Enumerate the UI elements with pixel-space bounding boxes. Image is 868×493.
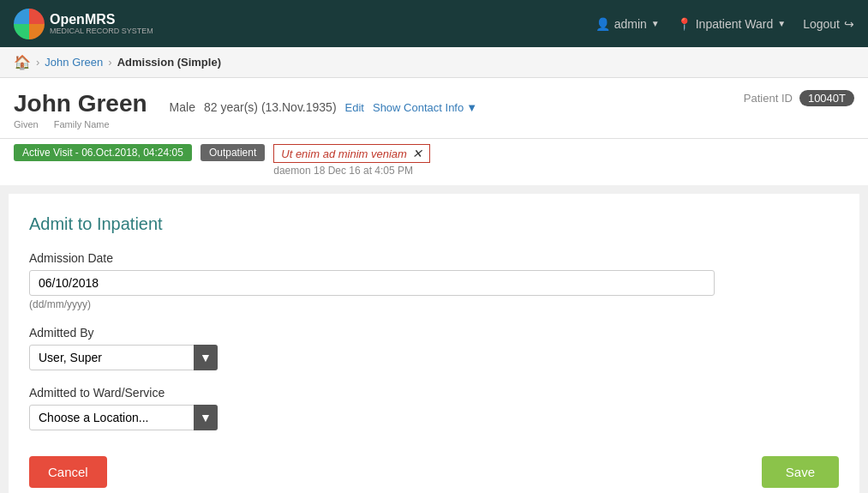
breadcrumb-current: Admission (Simple): [117, 56, 221, 69]
admitted-by-select[interactable]: User, Super: [29, 345, 218, 370]
note-close-button[interactable]: ✕: [412, 147, 422, 160]
patient-name: John Green: [14, 90, 147, 117]
openmrs-logo-icon: [14, 9, 45, 39]
logout-icon: ↪: [844, 17, 854, 31]
note-text: Ut enim ad minim veniam: [281, 147, 407, 160]
patient-id-section: Patient ID 10040T: [744, 90, 854, 106]
nav-right: 👤 admin ▼ 📍 Inpatient Ward ▼ Logout ↪: [596, 17, 854, 31]
location-label: Inpatient Ward: [696, 17, 774, 31]
note-attribution: daemon 18 Dec 16 at 4:05 PM: [273, 165, 430, 177]
section-title: Admit to Inpatient: [29, 214, 839, 234]
admitted-by-label: Admitted By: [29, 326, 839, 340]
admin-menu[interactable]: 👤 admin ▼: [596, 17, 660, 31]
show-contact-link[interactable]: Show Contact Info ▼: [373, 101, 477, 114]
admission-date-input[interactable]: [29, 270, 715, 296]
show-contact-caret-icon: ▼: [466, 101, 477, 114]
breadcrumb-sep-2: ›: [108, 56, 111, 69]
patient-id-label: Patient ID: [744, 92, 793, 105]
admitted-to-select[interactable]: Choose a Location...: [29, 405, 218, 430]
breadcrumb-patient-link[interactable]: John Green: [45, 56, 103, 69]
patient-demographics: Male 82 year(s) (13.Nov.1935) Edit Show …: [170, 100, 477, 114]
admission-date-hint: (dd/mm/yyyy): [29, 298, 839, 310]
note-content-box: Ut enim ad minim veniam ✕: [273, 144, 430, 163]
visit-note: Ut enim ad minim veniam ✕ daemon 18 Dec …: [273, 144, 430, 177]
admitted-by-group: Admitted By User, Super ▼: [29, 326, 839, 370]
admission-date-label: Admission Date: [29, 251, 839, 265]
visit-bar: Active Visit - 06.Oct.2018, 04:24:05 Out…: [0, 139, 868, 185]
admitted-to-group: Admitted to Ward/Service Choose a Locati…: [29, 386, 839, 430]
admission-date-group: Admission Date (dd/mm/yyyy): [29, 251, 839, 310]
name-labels: Given Family Name: [14, 119, 477, 129]
patient-given-name: John: [14, 90, 71, 117]
patient-header: John Green Male 82 year(s) (13.Nov.1935)…: [0, 78, 868, 139]
top-navigation: OpenMRS MEDICAL RECORD SYSTEM 👤 admin ▼ …: [0, 0, 868, 47]
given-name-label: Given: [14, 119, 39, 129]
admitted-to-label: Admitted to Ward/Service: [29, 386, 839, 400]
location-pin-icon: 📍: [677, 17, 691, 31]
logout-button[interactable]: Logout ↪: [803, 17, 854, 31]
logo-section: OpenMRS MEDICAL RECORD SYSTEM: [14, 9, 153, 39]
admitted-to-select-wrapper: Choose a Location... ▼: [29, 405, 218, 430]
patient-id-badge: 10040T: [799, 90, 854, 106]
location-caret-icon: ▼: [777, 19, 786, 28]
family-name-label: Family Name: [54, 119, 110, 129]
patient-age: 82 year(s) (13.Nov.1935): [204, 100, 337, 114]
admin-label: admin: [614, 17, 647, 31]
cancel-button[interactable]: Cancel: [29, 456, 107, 488]
form-actions: Cancel Save: [29, 456, 839, 488]
user-icon: 👤: [596, 17, 610, 31]
edit-patient-link[interactable]: Edit: [345, 101, 364, 114]
home-icon[interactable]: 🏠: [14, 54, 31, 70]
visit-type-badge: Outpatient: [201, 144, 265, 161]
admin-caret-icon: ▼: [651, 19, 660, 28]
logo-subtext: MEDICAL RECORD SYSTEM: [50, 27, 153, 35]
show-contact-label: Show Contact Info: [373, 101, 464, 114]
note-daemon: daemon: [273, 165, 310, 177]
note-time: 18 Dec 16 at 4:05 PM: [314, 165, 413, 177]
breadcrumb: 🏠 › John Green › Admission (Simple): [0, 47, 868, 78]
admitted-by-select-wrapper: User, Super ▼: [29, 345, 218, 370]
breadcrumb-sep-1: ›: [36, 56, 39, 69]
patient-family-name: Green: [78, 90, 147, 117]
logo: OpenMRS MEDICAL RECORD SYSTEM: [14, 9, 153, 39]
main-content: Admit to Inpatient Admission Date (dd/mm…: [9, 194, 859, 493]
logo-text: OpenMRS: [50, 13, 153, 27]
save-button[interactable]: Save: [762, 456, 839, 488]
location-menu[interactable]: 📍 Inpatient Ward ▼: [677, 17, 786, 31]
active-visit-badge: Active Visit - 06.Oct.2018, 04:24:05: [14, 144, 192, 161]
logout-label: Logout: [803, 17, 840, 31]
patient-gender: Male: [170, 100, 195, 114]
